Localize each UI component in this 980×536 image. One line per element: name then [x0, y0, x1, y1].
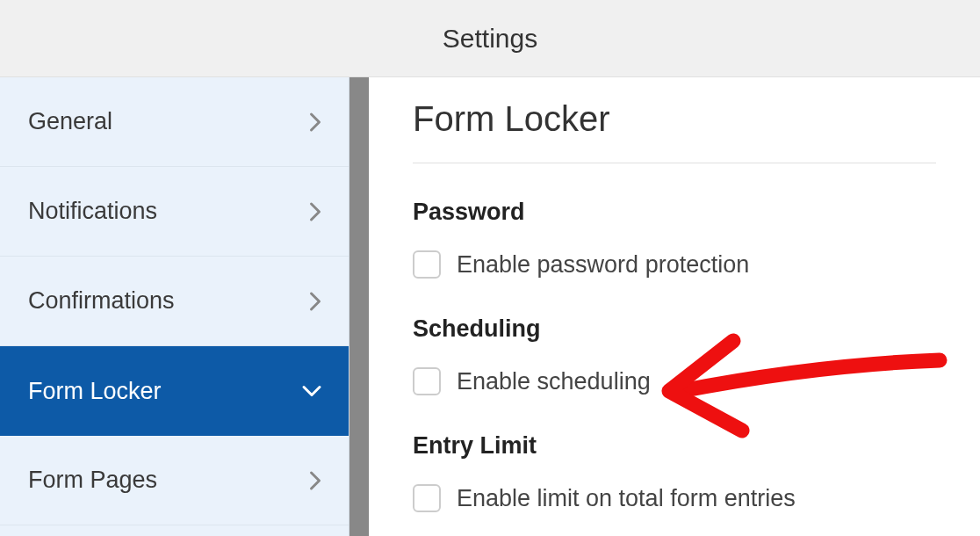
- section-entry-limit: Entry Limit Enable limit on total form e…: [413, 432, 936, 512]
- sidebar-item-label: Form Locker: [28, 378, 162, 405]
- checkbox-label: Enable scheduling: [457, 368, 651, 395]
- sidebar: General Notifications Confirmations Form…: [0, 77, 349, 536]
- header: Settings: [0, 0, 980, 77]
- sidebar-item-notifications[interactable]: Notifications: [0, 167, 349, 257]
- sidebar-item-general[interactable]: General: [0, 77, 349, 167]
- sidebar-item-label: General: [28, 108, 112, 135]
- checkbox-row: Enable limit on total form entries: [413, 484, 936, 512]
- layout: General Notifications Confirmations Form…: [0, 77, 980, 536]
- sidebar-item-label: Form Pages: [28, 467, 157, 494]
- checkbox-enable-password[interactable]: [413, 250, 441, 279]
- checkbox-row: Enable scheduling: [413, 367, 936, 395]
- divider: [413, 163, 936, 163]
- checkbox-enable-scheduling[interactable]: [413, 367, 441, 395]
- sidebar-item-label: Confirmations: [28, 287, 175, 315]
- chevron-right-icon: [308, 112, 322, 133]
- chevron-right-icon: [308, 201, 322, 222]
- section-scheduling: Scheduling Enable scheduling: [413, 315, 936, 395]
- section-password: Password Enable password protection: [413, 199, 936, 279]
- section-heading: Scheduling: [413, 315, 936, 343]
- chevron-right-icon: [308, 470, 322, 491]
- checkbox-row: Enable password protection: [413, 250, 936, 279]
- content-panel: Form Locker Password Enable password pro…: [369, 77, 980, 536]
- checkbox-label: Enable limit on total form entries: [457, 485, 796, 512]
- section-heading: Password: [413, 199, 936, 226]
- sidebar-item-form-pages[interactable]: Form Pages: [0, 436, 349, 525]
- sidebar-item-confirmations[interactable]: Confirmations: [0, 257, 349, 346]
- section-heading: Entry Limit: [413, 432, 936, 460]
- chevron-right-icon: [308, 291, 322, 312]
- sidebar-gutter: [349, 77, 369, 536]
- checkbox-enable-entry-limit[interactable]: [413, 484, 441, 512]
- header-title: Settings: [443, 24, 537, 54]
- chevron-down-icon: [301, 384, 322, 398]
- sidebar-item-form-locker[interactable]: Form Locker: [0, 346, 349, 436]
- checkbox-label: Enable password protection: [457, 251, 749, 279]
- sidebar-item-label: Notifications: [28, 198, 157, 225]
- page-title: Form Locker: [413, 99, 936, 139]
